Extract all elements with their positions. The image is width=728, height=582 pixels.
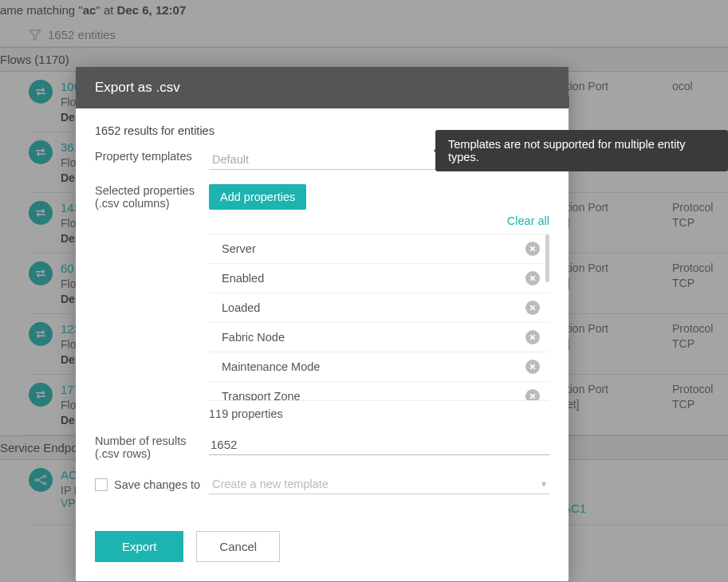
- property-name: Server: [222, 242, 256, 255]
- remove-property-button[interactable]: [525, 301, 540, 315]
- export-button[interactable]: Export: [95, 531, 183, 562]
- remove-property-button[interactable]: [525, 242, 540, 256]
- selected-properties-list: ServerEnabledLoadedFabric NodeMaintenanc…: [209, 234, 549, 401]
- chevron-down-icon: ▾: [541, 478, 546, 490]
- property-name: Maintenance Mode: [222, 360, 320, 373]
- property-item: Fabric Node: [209, 323, 549, 352]
- save-template-checkbox[interactable]: [95, 478, 108, 491]
- property-item: Enabled: [209, 264, 549, 293]
- num-results-input[interactable]: [209, 435, 549, 455]
- modal-title: Export as .csv: [76, 67, 569, 108]
- num-results-label: Number of results: [95, 435, 186, 447]
- remove-property-button[interactable]: [525, 389, 540, 401]
- templates-disabled-tooltip: Templates are not supported for multiple…: [435, 130, 728, 171]
- property-item: Maintenance Mode: [209, 352, 549, 382]
- selected-props-sublabel: (.csv columns): [95, 197, 169, 210]
- property-item: Loaded: [209, 293, 549, 323]
- num-results-sublabel: (.csv rows): [95, 447, 151, 460]
- property-name: Loaded: [222, 301, 260, 314]
- selected-props-label: Selected properties: [95, 184, 195, 197]
- property-name: Transport Zone: [222, 390, 301, 401]
- property-name: Enabled: [222, 272, 264, 285]
- property-count: 119 properties: [209, 407, 549, 420]
- cancel-button[interactable]: Cancel: [196, 531, 280, 562]
- remove-property-button[interactable]: [525, 271, 540, 285]
- remove-property-button[interactable]: [525, 330, 540, 344]
- add-properties-button[interactable]: Add properties: [209, 184, 306, 210]
- property-name: Fabric Node: [222, 331, 285, 344]
- templates-label: Property templates: [95, 150, 203, 163]
- save-template-label: Save changes to: [114, 478, 200, 491]
- property-item: Transport Zone: [209, 382, 549, 401]
- property-item: Server: [209, 234, 549, 264]
- save-template-select[interactable]: Create a new template ▾: [209, 474, 549, 494]
- clear-all-link[interactable]: Clear all: [209, 214, 549, 227]
- scrollbar-thumb[interactable]: [545, 234, 549, 282]
- remove-property-button[interactable]: [525, 360, 540, 374]
